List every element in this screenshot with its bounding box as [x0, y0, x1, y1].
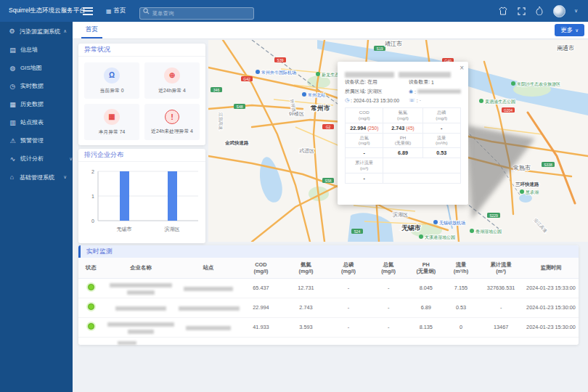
more-button[interactable]: 更多 ∨: [555, 24, 584, 36]
bar-binhu[interactable]: [168, 171, 177, 221]
status-dot-green: [88, 303, 94, 310]
map-label-poi: 大溪港湿地公园: [425, 234, 455, 240]
table-row[interactable]: 65.437 12.731 - - 8.045 7.155 327636.531…: [78, 279, 579, 298]
monitor-title: 实时监测: [78, 245, 579, 258]
sidebar-item-label: 预警管理: [20, 136, 44, 144]
search-input[interactable]: [139, 7, 254, 20]
alert-card-label: 近24h未处理异常 4: [151, 128, 193, 135]
top-right-actions: ∨: [499, 5, 588, 17]
alerts-grid: Ω 当前异常 0 ⊕ 近24h异常 4 ▦ 本月异常 74 ! 近24h未处理异…: [78, 57, 205, 146]
top-bar: Squirrel生态环境云服务平台 ▦ 首页 ∨: [0, 0, 588, 22]
sidebar-item-realtime-data[interactable]: ◷ 实时数据: [0, 77, 73, 95]
warning-icon: ⚠: [8, 137, 17, 144]
popup-metrics-table: COD(mg/l) 氨氮(mg/l) 总磷(mg/l) 22.994 (250)…: [345, 107, 461, 184]
user-avatar[interactable]: [553, 5, 565, 17]
realtime-monitor-card: 实时监测 状态 企业名称 站点 COD(mg/l) 氨氮(mg/l) 总磷(mg…: [78, 245, 579, 345]
popup-time-value: 2024-01-23 15:30:00: [354, 98, 399, 103]
line-chart-icon: ∿: [8, 155, 17, 163]
sidebar-group-pollution-monitor[interactable]: ⚙ 污染源监测系统 ∧: [0, 22, 73, 41]
station-name-redacted: [179, 324, 239, 330]
theme-shirt-icon[interactable]: [499, 7, 508, 16]
sidebar-group-label: 污染源监测系统: [20, 28, 60, 36]
chevron-down-icon: ∨: [69, 156, 73, 162]
alerts-card: 异常状况 Ω 当前异常 0 ⊕ 近24h异常 4 ▦ 本月异常 74 ! 近24…: [78, 44, 205, 145]
hamburger-menu-icon[interactable]: [83, 5, 94, 17]
station-name-redacted: [179, 285, 239, 291]
sidebar-item-alert-manage[interactable]: ⚠ 预警管理: [0, 131, 73, 150]
top-nav-home[interactable]: ▦ 首页: [106, 7, 126, 15]
lake-kuncheng: [519, 194, 532, 203]
park-icon: [511, 81, 515, 86]
location-pin-icon: ◉: [409, 89, 413, 94]
map-label-district: 武进区: [299, 148, 314, 154]
more-button-label: 更多: [560, 26, 573, 35]
sidebar-item-label: 站点报表: [20, 118, 44, 126]
map-label-poi: 昆承湖: [526, 190, 539, 195]
map-label-city: 常州市: [311, 105, 330, 112]
y-tick: 1: [91, 194, 94, 199]
sidebar-item-label: GIS地图: [20, 64, 42, 72]
tab-bar: 首页 更多 ∨: [73, 22, 588, 39]
map-label-district: 滨湖区: [393, 211, 408, 218]
close-icon[interactable]: ×: [460, 65, 464, 72]
sidebar-item-info-wall[interactable]: ▤ 信息墙: [0, 41, 73, 59]
sidebar-group-label: 基础管理系统: [20, 173, 54, 181]
search-icon: [143, 8, 150, 15]
company-name-redacted: [103, 321, 178, 334]
sidebar-item-gis-map[interactable]: ◍ GIS地图: [0, 59, 73, 77]
top-nav-home-label: 首页: [114, 7, 126, 15]
x-category: 无锡市: [117, 226, 132, 232]
table-row[interactable]: 41.933 3.593 - - 8.135 0 13467 2024-01-2…: [78, 318, 579, 338]
alert-card-current[interactable]: Ω 当前异常 0: [84, 62, 139, 99]
airport-icon: [433, 220, 438, 224]
status-dot-green: [88, 323, 94, 330]
table-row[interactable]: 22.994 2.743 - - 6.89 0.53 - 2024-01-23 …: [78, 298, 579, 318]
map-label-district: 钟楼区: [288, 111, 304, 117]
sidebar-item-station-report[interactable]: ▥ 站点报表: [0, 113, 73, 131]
map-label-city: 无锡市: [401, 224, 421, 232]
pagination-redacted[interactable]: [118, 341, 136, 345]
y-tick: 0: [91, 219, 94, 224]
info-wall-icon: ▤: [8, 46, 17, 54]
svg-text:S338: S338: [544, 163, 552, 167]
train-station-icon: [302, 92, 306, 97]
chevron-up-icon: ∧: [63, 28, 67, 34]
sidebar-item-stats-analysis[interactable]: ∿ 统计分析 ∨: [0, 150, 73, 168]
gis-map-icon: ◍: [8, 65, 17, 72]
phone-value: ·: [420, 98, 421, 103]
sidebar-item-history-data[interactable]: ▦ 历史数据: [0, 95, 73, 113]
address-redacted: [417, 89, 461, 94]
bar-chart: 2 1 0 无锡市 滨湖区: [78, 162, 205, 245]
map-label-poi: 常阴沙生态农业旅游区: [517, 81, 560, 87]
park-icon: [419, 234, 423, 239]
sidebar-item-label: 统计分析: [20, 155, 44, 163]
phone-icon: ☏: [409, 97, 415, 103]
alert-card-unhandled[interactable]: ! 近24h未处理异常 4: [144, 104, 200, 140]
park-icon: [479, 99, 483, 103]
user-menu-caret-icon[interactable]: ∨: [574, 8, 578, 14]
alert-card-label: 当前异常 0: [100, 87, 124, 94]
base-system-icon: ⌂: [7, 173, 17, 181]
enterprise-distribution-card: 排污企业分布 2 1 0 无锡市 滨湖区: [78, 149, 205, 243]
map-label-road: 江宜高速: [219, 113, 224, 130]
sidebar-group-base-manage[interactable]: ⌂ 基础管理系统 ∨: [0, 168, 73, 187]
popup-title-redacted: [345, 68, 461, 74]
alert-card-month[interactable]: ▦ 本月异常 74: [84, 104, 139, 140]
alert-card-24h[interactable]: ⊕ 近24h异常 4: [144, 62, 200, 99]
bar-wuxi[interactable]: [120, 171, 129, 221]
y-tick: 2: [91, 169, 94, 174]
device-count-label: 设备数量:: [409, 78, 430, 86]
monitor-table-header: 状态 企业名称 站点 COD(mg/l) 氨氮(mg/l) 总磷(mg/l) 总…: [78, 258, 579, 279]
menu-search: [139, 5, 254, 17]
tab-home[interactable]: 首页: [81, 22, 102, 38]
flame-icon[interactable]: [535, 7, 544, 16]
sidebar-item-label: 历史数据: [20, 100, 44, 108]
svg-text:346: 346: [213, 88, 220, 92]
fullscreen-icon[interactable]: [517, 7, 526, 16]
region-value: 滨湖区: [367, 88, 382, 95]
airport-icon: [256, 70, 260, 74]
map-label-road: 金武快速路: [224, 140, 249, 146]
device-status-value: 在用: [367, 78, 377, 86]
map-label-city: 南通市: [557, 44, 574, 52]
popup-fields: 设备状态: 在用 设备数量: 1 所属区域: 滨湖区 ◉: ◷: 2024-01…: [345, 78, 461, 103]
